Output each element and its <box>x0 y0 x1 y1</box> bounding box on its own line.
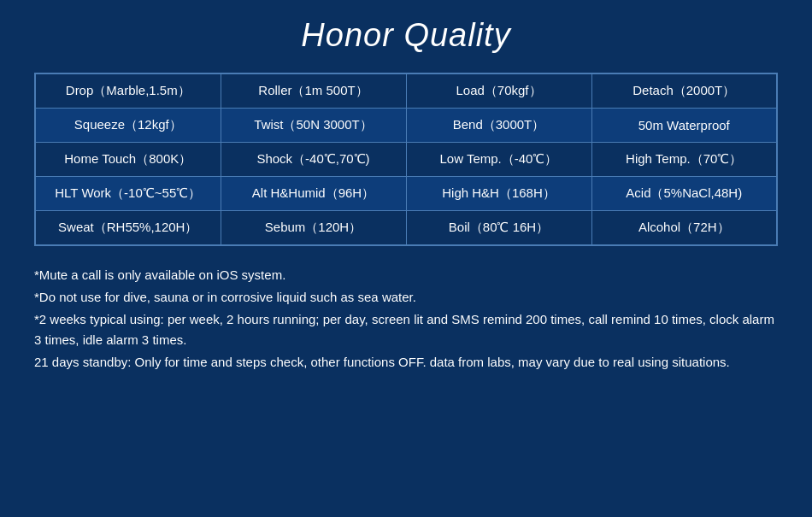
footnote-2: *2 weeks typical using: per week, 2 hour… <box>34 309 778 350</box>
quality-table: Drop（Marble,1.5m）Roller（1m 500T）Load（70k… <box>34 73 778 246</box>
table-cell-2-3: High Temp.（70℃） <box>591 143 777 177</box>
table-cell-3-0: HLT Work（-10℃~55℃） <box>35 177 221 211</box>
table-cell-0-1: Roller（1m 500T） <box>221 73 406 109</box>
table-cell-3-3: Acid（5%NaCl,48H) <box>591 177 777 211</box>
table-cell-3-1: Alt H&Humid（96H） <box>221 177 406 211</box>
table-cell-4-0: Sweat（RH55%,120H） <box>35 211 221 246</box>
table-cell-2-2: Low Temp.（-40℃） <box>406 143 591 177</box>
table-cell-2-1: Shock（-40℃,70℃) <box>221 143 406 177</box>
footnotes: *Mute a call is only available on iOS sy… <box>34 265 778 374</box>
table-row: Drop（Marble,1.5m）Roller（1m 500T）Load（70k… <box>35 73 777 109</box>
table-cell-1-0: Squeeze（12kgf） <box>35 109 221 143</box>
table-row: Sweat（RH55%,120H）Sebum（120H）Boil（80℃ 16H… <box>35 211 777 246</box>
table-cell-1-3: 50m Waterproof <box>591 109 777 143</box>
table-cell-2-0: Home Touch（800K） <box>35 143 221 177</box>
table-row: Squeeze（12kgf）Twist（50N 3000T）Bend（3000T… <box>35 109 777 143</box>
table-cell-0-2: Load（70kgf） <box>406 73 591 109</box>
table-row: Home Touch（800K）Shock（-40℃,70℃)Low Temp.… <box>35 143 777 177</box>
table-cell-0-0: Drop（Marble,1.5m） <box>35 73 221 109</box>
table-cell-4-2: Boil（80℃ 16H） <box>406 211 591 246</box>
table-cell-1-2: Bend（3000T） <box>406 109 591 143</box>
page-title: Honor Quality <box>301 17 510 54</box>
table-cell-4-1: Sebum（120H） <box>221 211 406 246</box>
table-cell-4-3: Alcohol（72H） <box>591 211 777 246</box>
table-cell-3-2: High H&H（168H） <box>406 177 591 211</box>
footnote-1: *Do not use for dive, sauna or in corros… <box>34 287 778 308</box>
table-row: HLT Work（-10℃~55℃）Alt H&Humid（96H）High H… <box>35 177 777 211</box>
table-cell-1-1: Twist（50N 3000T） <box>221 109 406 143</box>
footnote-0: *Mute a call is only available on iOS sy… <box>34 265 778 285</box>
table-cell-0-3: Detach（2000T） <box>591 73 777 109</box>
footnote-3: 21 days standby: Only for time and steps… <box>34 352 778 373</box>
